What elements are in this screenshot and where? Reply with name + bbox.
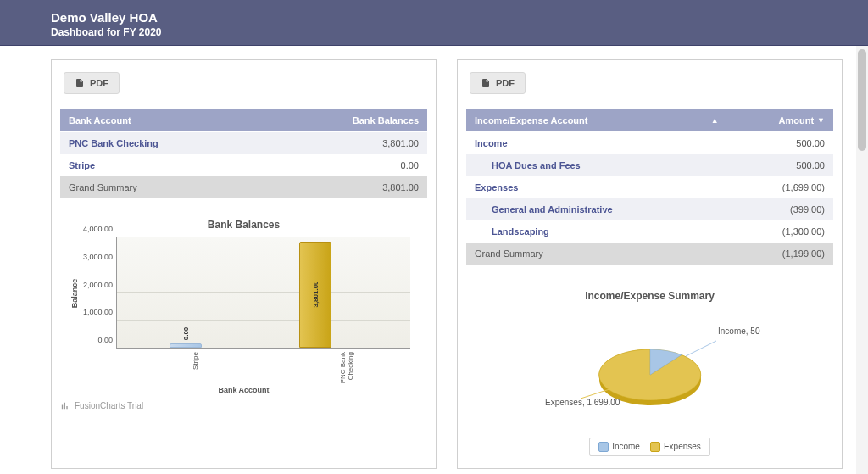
page-title: Demo Valley HOA (51, 10, 868, 25)
pdf-label: PDF (90, 78, 108, 88)
bank-balances-table: Bank Account Bank Balances PNC Bank Chec… (60, 109, 427, 198)
ytick: 0.00 (97, 336, 113, 344)
amount-cell: (399.00) (727, 198, 833, 220)
col-income-expense-account[interactable]: Income/Expense Account ▲ (466, 109, 727, 132)
bank-balances-card: PDF Bank Account Bank Balances PNC Bank … (51, 59, 437, 469)
col-amount[interactable]: Amount ▼ (727, 109, 833, 132)
pie-label-income: Income, 500.00 (718, 326, 760, 336)
amount-cell: (1,699.00) (727, 176, 833, 198)
xtick: Stripe (192, 352, 200, 370)
account-link[interactable]: General and Administrative (466, 198, 727, 220)
col-bank-balances[interactable]: Bank Balances (266, 109, 427, 132)
ytick: 2,000.00 (83, 281, 113, 289)
pie-chart: Income, 500.00 Expenses, 1,699.00 (540, 309, 760, 427)
pdf-label: PDF (496, 78, 515, 88)
header-bar: Demo Valley HOA Dashboard for FY 2020 (0, 0, 868, 46)
chart-title: Bank Balances (60, 219, 427, 231)
svg-line-1 (686, 341, 716, 356)
summary-label: Grand Summary (60, 176, 266, 198)
account-link[interactable]: Landscaping (466, 220, 727, 243)
sort-desc-icon: ▼ (817, 116, 825, 125)
table-row: Income 500.00 (466, 132, 833, 155)
legend-item-income[interactable]: Income (598, 442, 640, 452)
summary-row: Grand Summary 3,801.00 (60, 176, 427, 198)
bank-link[interactable]: Stripe (60, 154, 266, 176)
account-link[interactable]: HOA Dues and Fees (466, 154, 727, 176)
pie-legend: Income Expenses (589, 438, 710, 456)
legend-item-expenses[interactable]: Expenses (650, 442, 701, 452)
table-row: PNC Bank Checking 3,801.00 (60, 132, 427, 155)
bar-pnc[interactable]: 3,801.00 (299, 242, 331, 349)
income-expense-table: Income/Expense Account ▲ Amount ▼ Income… (466, 109, 833, 265)
chart-icon (60, 401, 70, 410)
bank-balances-chart: Bank Balances Balance 0.00 1,000.00 2,00… (60, 219, 427, 410)
ytick: 3,000.00 (83, 253, 113, 261)
pdf-button[interactable]: PDF (64, 72, 120, 94)
pie-label-expenses: Expenses, 1,699.00 (545, 398, 620, 407)
bank-amount: 0.00 (266, 154, 427, 176)
legend-swatch-expenses (650, 442, 660, 452)
income-expense-chart: Income/Expense Summary Income, 500.00 Ex… (466, 290, 833, 456)
dashboard-body: PDF Bank Account Bank Balances PNC Bank … (0, 46, 868, 474)
chart-title: Income/Expense Summary (466, 290, 833, 302)
summary-row: Grand Summary (1,199.00) (466, 243, 833, 265)
bank-amount: 3,801.00 (266, 132, 427, 155)
fusioncharts-watermark: FusionCharts Trial (60, 401, 427, 410)
scrollbar-thumb[interactable] (858, 49, 866, 151)
bar-plot-area: 0.00 3,801.00 (116, 237, 410, 349)
bar-value: 3,801.00 (311, 282, 319, 308)
amount-cell: (1,300.00) (727, 220, 833, 243)
xtick: PNC BankChecking (340, 352, 355, 383)
pdf-icon (481, 78, 491, 88)
income-expense-card: PDF Income/Expense Account ▲ Amount ▼ (457, 59, 843, 469)
table-row: Landscaping (1,300.00) (466, 220, 833, 243)
sort-asc-icon: ▲ (711, 116, 719, 125)
summary-amount: 3,801.00 (266, 176, 427, 198)
xaxis-label: Bank Account (60, 386, 427, 394)
table-row: General and Administrative (399.00) (466, 198, 833, 220)
amount-cell: 500.00 (727, 132, 833, 155)
table-row: Expenses (1,699.00) (466, 176, 833, 198)
bar-yaxis: Balance 0.00 1,000.00 2,000.00 3,000.00 … (60, 237, 116, 349)
page-subtitle: Dashboard for FY 2020 (51, 26, 868, 38)
bar-stripe[interactable]: 0.00 (170, 343, 202, 348)
table-row: Stripe 0.00 (60, 154, 427, 176)
summary-label: Grand Summary (466, 243, 727, 265)
pie-slice-expenses[interactable] (598, 349, 700, 400)
account-link[interactable]: Income (466, 132, 727, 155)
ytick: 4,000.00 (83, 225, 113, 233)
col-bank-account[interactable]: Bank Account (60, 109, 266, 132)
account-link[interactable]: Expenses (466, 176, 727, 198)
pdf-icon (75, 78, 85, 88)
table-row: HOA Dues and Fees 500.00 (466, 154, 833, 176)
summary-amount: (1,199.00) (727, 243, 833, 265)
bar-value: 0.00 (182, 327, 190, 341)
bank-link[interactable]: PNC Bank Checking (60, 132, 266, 155)
amount-cell: 500.00 (727, 154, 833, 176)
legend-swatch-income (598, 442, 609, 452)
pdf-button[interactable]: PDF (470, 72, 526, 94)
ytick: 1,000.00 (83, 308, 113, 316)
vertical-scrollbar[interactable] (856, 46, 868, 474)
